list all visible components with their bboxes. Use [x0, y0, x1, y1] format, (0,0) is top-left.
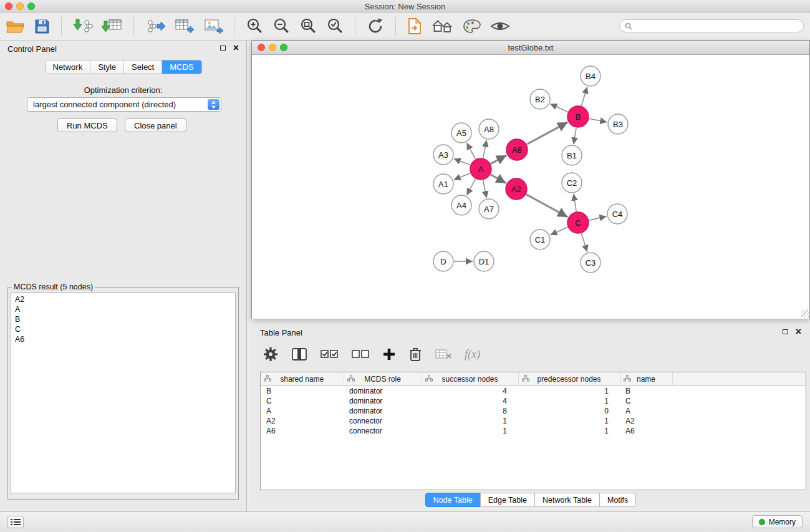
cell-shared_name[interactable]: A2 [261, 416, 344, 426]
graph-edge-C-C1[interactable] [551, 227, 568, 235]
network-overview-button[interactable] [431, 18, 455, 34]
graph-edge-A-A4[interactable] [467, 179, 476, 195]
cell-successor_nodes[interactable]: 1 [422, 426, 518, 436]
criterion-dropdown[interactable]: largest connected component (directed) [27, 97, 221, 112]
graph-edge-A6-B[interactable] [527, 122, 568, 144]
function-builder-icon[interactable]: f(x) [465, 348, 480, 361]
mcds-result-item[interactable]: A6 [11, 334, 235, 344]
cell-mcds_role[interactable]: dominator [344, 396, 422, 406]
show-hide-button[interactable] [489, 19, 511, 34]
table-settings-button[interactable] [263, 346, 279, 362]
column-header-shared-name[interactable]: shared name [261, 372, 344, 386]
graph-edge-A-A5[interactable] [467, 143, 476, 159]
cell-name[interactable]: B [620, 386, 672, 397]
graph-edge-A-A3[interactable] [454, 158, 470, 165]
cell-successor_nodes[interactable]: 4 [422, 396, 518, 406]
mcds-result-list[interactable]: A2ABCA6 [11, 293, 236, 493]
cell-shared_name[interactable]: A6 [261, 426, 344, 436]
graph-edge-A-A2[interactable] [491, 175, 506, 183]
tab-network[interactable]: Network [45, 60, 90, 74]
network-window-titlebar[interactable]: testGlobe.txt [252, 41, 809, 55]
cell-mcds_role[interactable]: connector [344, 426, 422, 436]
zoom-fit-button[interactable] [299, 17, 317, 36]
graph-node-B1[interactable]: B1 [562, 145, 582, 165]
graph-node-B2[interactable]: B2 [530, 89, 550, 109]
cell-successor_nodes[interactable]: 4 [422, 386, 518, 397]
mcds-result-item[interactable]: A2 [11, 294, 235, 304]
search-box[interactable] [619, 19, 804, 32]
graph-node-C3[interactable]: C3 [581, 253, 600, 273]
graph-node-A3[interactable]: A3 [433, 145, 453, 165]
export-network-button[interactable] [145, 17, 166, 35]
cell-predecessor_nodes[interactable]: 1 [518, 426, 620, 436]
graph-node-B4[interactable]: B4 [581, 66, 600, 86]
graph-node-B3[interactable]: B3 [608, 114, 628, 134]
cell-predecessor_nodes[interactable]: 0 [518, 406, 620, 416]
graph-node-A4[interactable]: A4 [451, 195, 471, 215]
cell-successor_nodes[interactable]: 8 [422, 406, 518, 416]
column-header-name[interactable]: name [620, 372, 672, 386]
cell-mcds_role[interactable]: dominator [344, 386, 422, 397]
float-panel-icon[interactable] [220, 46, 226, 51]
destroy-table-button[interactable] [435, 347, 452, 361]
graph-edge-B-B1[interactable] [574, 128, 576, 144]
zoom-in-button[interactable] [245, 17, 264, 36]
graph-node-A[interactable]: A [470, 158, 491, 180]
graph-edge-A-A7[interactable] [483, 180, 487, 198]
cell-predecessor_nodes[interactable]: 1 [518, 396, 620, 406]
graph-edge-A-A8[interactable] [483, 140, 487, 158]
table-row-A2[interactable]: A2connector11A2 [261, 416, 806, 426]
graph-node-C1[interactable]: C1 [530, 230, 550, 249]
import-network-button[interactable] [72, 17, 94, 35]
table-row-B[interactable]: Bdominator41B [261, 386, 806, 397]
network-canvas[interactable]: B4B2BB3A8A5A6A3B1AC2A1A2A4A7C4CC1DD1C3 [252, 55, 809, 319]
tab-network-table[interactable]: Network Table [534, 493, 600, 507]
close-panel-icon[interactable]: × [233, 45, 239, 51]
cell-name[interactable]: A6 [620, 426, 672, 436]
memory-button[interactable]: Memory [752, 515, 803, 528]
graph-edge-B-B2[interactable] [550, 104, 567, 112]
column-header-predecessor-nodes[interactable]: predecessor nodes [518, 372, 620, 386]
cell-predecessor_nodes[interactable]: 1 [518, 386, 620, 397]
graph-node-D[interactable]: D [433, 251, 453, 271]
float-table-panel-icon[interactable] [783, 329, 788, 334]
graph-edge-C-C2[interactable] [574, 194, 576, 211]
column-header-successor-nodes[interactable]: successor nodes [422, 372, 518, 386]
graph-node-A7[interactable]: A7 [479, 199, 499, 219]
cell-successor_nodes[interactable]: 1 [422, 416, 518, 426]
graph-node-C[interactable]: C [567, 212, 589, 233]
graph-edge-C-C3[interactable] [581, 233, 587, 252]
graph-node-C4[interactable]: C4 [607, 204, 627, 224]
cell-name[interactable]: C [620, 396, 672, 406]
close-panel-button[interactable]: Close panel [125, 118, 186, 132]
tab-motifs[interactable]: Motifs [599, 493, 636, 507]
show-columns-button[interactable] [291, 347, 307, 362]
export-table-button[interactable] [174, 17, 195, 35]
import-table-button[interactable] [102, 17, 123, 35]
cell-mcds_role[interactable]: connector [344, 416, 422, 426]
graph-edge-B-B4[interactable] [581, 87, 587, 106]
graph-node-A2[interactable]: A2 [506, 178, 527, 200]
cell-shared_name[interactable]: C [261, 396, 344, 406]
table-row-A[interactable]: Adominator80A [261, 406, 806, 416]
cell-name[interactable]: A [620, 406, 672, 416]
mcds-result-item[interactable]: C [11, 324, 235, 334]
graph-node-D1[interactable]: D1 [474, 251, 494, 271]
graph-node-A1[interactable]: A1 [433, 174, 453, 194]
graph-edge-A-A6[interactable] [491, 155, 506, 164]
table-row-A6[interactable]: A6connector11A6 [261, 426, 806, 436]
open-session-button[interactable] [5, 18, 26, 35]
mcds-result-item[interactable]: B [11, 314, 235, 324]
tab-select[interactable]: Select [123, 60, 162, 74]
select-all-button[interactable] [320, 347, 339, 361]
add-row-button[interactable] [382, 347, 396, 361]
graph-node-A6[interactable]: A6 [506, 139, 528, 160]
graph-edge-B-B3[interactable] [589, 118, 607, 122]
cell-predecessor_nodes[interactable]: 1 [518, 416, 620, 426]
graph-node-C2[interactable]: C2 [562, 173, 582, 193]
cell-shared_name[interactable]: A [261, 406, 344, 416]
graph-node-A5[interactable]: A5 [451, 123, 471, 143]
export-image-button[interactable] [203, 17, 223, 35]
cell-shared_name[interactable]: B [261, 386, 344, 397]
mcds-result-item[interactable]: A [11, 304, 235, 314]
